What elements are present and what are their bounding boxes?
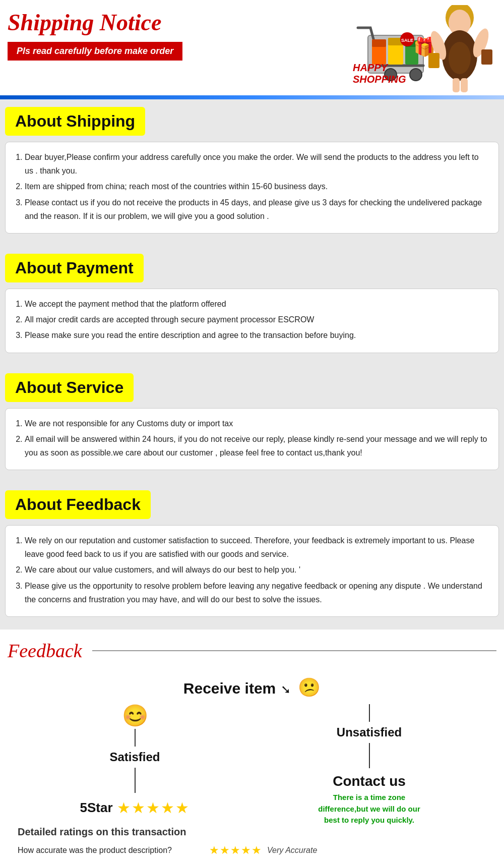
header-right: SALE 🎁 <box>353 5 496 95</box>
about-feedback-item-2: We care about our value customers, and w… <box>25 563 488 577</box>
service-item-1: We are not responsible for any Customs d… <box>25 417 488 430</box>
shipping-item-2: Item are shipped from china; reach most … <box>25 180 488 193</box>
payment-list: We accept the payment method that the pl… <box>16 297 488 342</box>
satisfied-line-1 <box>135 729 136 747</box>
svg-rect-18 <box>481 49 492 65</box>
receive-item-text: Receive item <box>183 680 276 697</box>
header: Shipping Notice Pls read carefully befor… <box>0 0 504 95</box>
shipping-list: Dear buyer,Please confirm your address c… <box>16 150 488 223</box>
satisfied-line-2 <box>135 768 136 793</box>
payment-heading: About Payment <box>5 254 144 282</box>
svg-rect-20 <box>461 78 468 92</box>
feedback-divider <box>92 650 496 651</box>
shipping-section: About Shipping Dear buyer,Please confirm… <box>0 99 504 246</box>
satisfied-column: 😊 Satisfied 5Star ★★★★★ <box>23 703 247 826</box>
shipping-heading: About Shipping <box>5 107 145 136</box>
contact-note: There is a time zone difference,but we w… <box>314 792 425 826</box>
svg-rect-17 <box>428 53 439 68</box>
receive-arrow: ➘ <box>281 682 291 696</box>
payment-section: About Payment We accept the payment meth… <box>0 246 504 366</box>
rating-row-1: How accurate was the product description… <box>18 844 486 857</box>
unsatisfied-emoji-top: 😕 <box>298 677 321 698</box>
unsatisfied-line-2 <box>369 743 370 768</box>
payment-item-3: Please make sure you read the entire des… <box>25 328 488 342</box>
payment-item-1: We accept the payment method that the pl… <box>25 297 488 311</box>
satisfied-text: Satisfied <box>109 750 160 764</box>
girl-figure <box>423 5 496 93</box>
flow-columns: 😊 Satisfied 5Star ★★★★★ Unsatisfied Cont… <box>8 703 496 826</box>
shipping-heading-text: About Shipping <box>15 112 135 130</box>
contact-us-text: Contact us <box>333 773 406 789</box>
about-feedback-item-1: We rely on our reputation and customer s… <box>25 534 488 561</box>
service-content: We are not responsible for any Customs d… <box>5 408 499 471</box>
unsatisfied-line-1 <box>369 704 370 722</box>
feedback-title-row: Feedback <box>8 640 496 662</box>
about-feedback-list: We rely on our reputation and customer s… <box>16 534 488 606</box>
ratings-section: Detailed ratings on this transaction How… <box>8 826 496 859</box>
rating-stars-1: ★★★★★ <box>209 844 262 857</box>
svg-rect-19 <box>453 78 460 92</box>
svg-rect-5 <box>372 39 386 47</box>
happy-shopping-text: HAPPY SHOPPING <box>353 62 413 85</box>
svg-point-21 <box>449 42 471 74</box>
shipping-content: Dear buyer,Please confirm your address c… <box>5 142 499 234</box>
ratings-title: Detailed ratings on this transaction <box>18 826 486 838</box>
about-feedback-heading-text: About Feedback <box>15 495 141 513</box>
rating-question-1: How accurate was the product description… <box>18 846 209 855</box>
about-feedback-section: About Feedback We rely on our reputation… <box>0 483 504 630</box>
about-feedback-content: We rely on our reputation and customer s… <box>5 525 499 617</box>
svg-text:SALE: SALE <box>401 38 413 43</box>
five-stars-icon: ★★★★★ <box>117 799 190 817</box>
shipping-item-1: Dear buyer,Please confirm your address c… <box>25 150 488 178</box>
unsatisfied-column: Unsatisfied Contact us There is a time z… <box>257 703 481 826</box>
header-subtitle: Pls read carefully before make order <box>8 42 182 61</box>
payment-content: We accept the payment method that the pl… <box>5 289 499 353</box>
service-item-2: All email will be answered within 24 hou… <box>25 432 488 460</box>
payment-heading-text: About Payment <box>15 259 134 277</box>
about-feedback-item-3: Please give us the opportunity to resolv… <box>25 579 488 606</box>
service-heading-text: About Service <box>15 378 123 396</box>
page-title: Shipping Notice <box>8 10 182 36</box>
satisfied-emoji: 😊 <box>122 703 148 728</box>
service-heading: About Service <box>5 373 134 402</box>
payment-item-2: All major credit cards are accepted thro… <box>25 313 488 326</box>
shipping-item-3: Please contact us if you do not receive … <box>25 196 488 223</box>
header-left: Shipping Notice Pls read carefully befor… <box>8 5 182 61</box>
about-feedback-heading: About Feedback <box>5 490 151 519</box>
feedback-section: Feedback Receive item ➘ 😕 😊 Satisfied 5S… <box>0 630 504 858</box>
unsatisfied-text: Unsatisfied <box>337 725 402 739</box>
rating-label-1: Very Accurate <box>267 846 317 855</box>
five-star-row: 5Star ★★★★★ <box>80 799 190 817</box>
blue-divider <box>0 95 504 99</box>
five-star-label: 5Star <box>80 800 112 816</box>
service-list: We are not responsible for any Customs d… <box>16 417 488 460</box>
service-section: About Service We are not responsible for… <box>0 366 504 483</box>
feedback-title: Feedback <box>8 640 82 662</box>
